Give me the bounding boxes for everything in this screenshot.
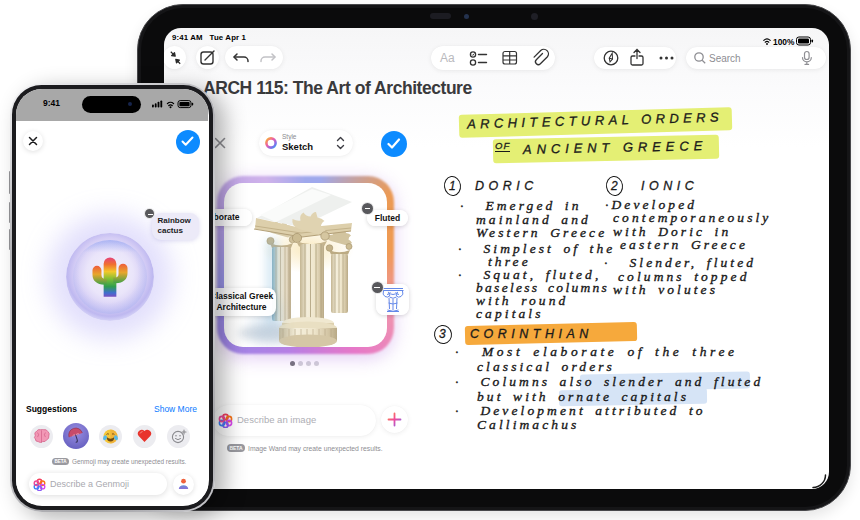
- svg-text:100%: 100%: [773, 37, 795, 46]
- svg-text:Aa: Aa: [440, 51, 455, 65]
- svg-text:Search: Search: [709, 53, 741, 64]
